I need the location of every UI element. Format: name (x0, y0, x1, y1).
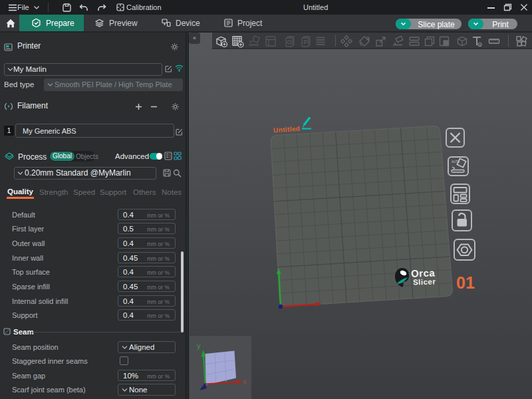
svg-text:y: y (197, 342, 201, 350)
svg-text:x: x (243, 378, 247, 386)
svg-text:AUTO: AUTO (452, 160, 460, 164)
